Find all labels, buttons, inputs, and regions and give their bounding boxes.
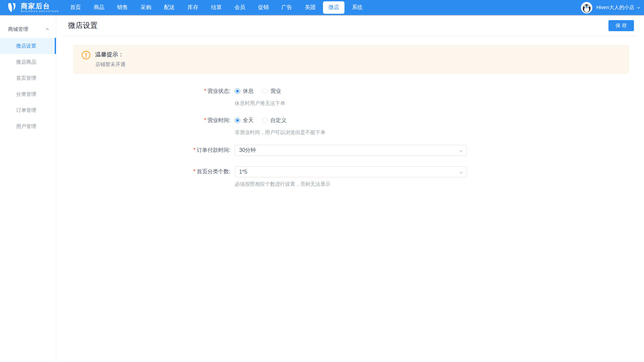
nav-item-ads[interactable]: 广告	[275, 0, 299, 15]
sidebar-item-weidian-goods[interactable]: 微店商品	[0, 54, 56, 70]
radio-all-day[interactable]: 全天	[235, 117, 254, 124]
sidebar: 商城管理 微店设置 微店商品 首页管理 分类管理 订单管理 用户管理	[0, 15, 56, 362]
business-status-radio-group: 休息 营业	[235, 86, 644, 97]
radio-custom[interactable]: 自定义	[262, 117, 286, 124]
sidebar-item-weidian-settings[interactable]: 微店设置	[0, 38, 56, 54]
warning-alert: 温馨提示： 店铺暂未开通	[73, 45, 629, 73]
required-marker: *	[193, 147, 195, 153]
radio-circle-icon	[262, 118, 268, 123]
field-label: *营业状态:	[57, 86, 235, 97]
business-hours-hint: 非营业时间，用户可以浏览但是不能下单	[235, 129, 644, 136]
radio-circle-icon	[235, 88, 240, 94]
weidian-settings-form: *营业状态: 休息 营业 休息时用户将无法下单 *营业时	[57, 86, 644, 188]
sidebar-group-mall-management[interactable]: 商城管理	[0, 20, 56, 38]
chevron-down-icon	[459, 148, 463, 155]
sidebar-item-category-management[interactable]: 分类管理	[0, 86, 56, 102]
field-label: *首页分类个数:	[57, 166, 235, 177]
category-count-hint: 必须按照相应个数进行设置，否则无法显示	[235, 180, 644, 188]
save-button[interactable]: 保存	[608, 20, 634, 31]
alert-description: 店铺暂未开通	[95, 61, 623, 68]
nav-item-promotion[interactable]: 促销	[252, 0, 275, 15]
nav-item-settlement[interactable]: 结算	[205, 0, 228, 15]
user-avatar	[581, 2, 592, 13]
sidebar-item-order-management[interactable]: 订单管理	[0, 102, 56, 118]
nav-item-delivery[interactable]: 配送	[158, 0, 181, 15]
chevron-down-icon	[459, 170, 463, 176]
payment-time-select[interactable]: 30分钟	[235, 145, 467, 156]
category-count-value: 1*5	[239, 169, 247, 175]
form-row-business-status: *营业状态: 休息 营业 休息时用户将无法下单	[57, 86, 644, 107]
business-status-hint: 休息时用户将无法下单	[235, 100, 644, 107]
category-count-select[interactable]: 1*5	[235, 166, 467, 177]
sidebar-item-user-management[interactable]: 用户管理	[0, 118, 56, 134]
nav-item-purchase[interactable]: 采购	[134, 0, 158, 15]
nav-item-home[interactable]: 首页	[64, 0, 87, 15]
brand-leaf-icon	[6, 2, 17, 13]
brand-title: 商家后台	[21, 2, 59, 10]
business-hours-radio-group: 全天 自定义	[235, 115, 644, 126]
nav-item-goods[interactable]: 商品	[87, 0, 111, 15]
warning-icon	[82, 51, 91, 60]
field-label: *营业时间:	[57, 115, 235, 126]
chevron-up-icon	[45, 26, 49, 32]
sidebar-group-label: 商城管理	[8, 26, 28, 33]
chevron-down-icon	[637, 6, 641, 10]
nav-item-weidian[interactable]: 微店	[322, 0, 345, 15]
nav-item-meituan[interactable]: 美团	[299, 0, 322, 15]
page-title: 微店设置	[68, 20, 98, 31]
radio-circle-icon	[262, 88, 268, 94]
user-menu[interactable]: Hiven大人的小店	[581, 2, 644, 13]
required-marker: *	[204, 88, 206, 94]
main-nav: 首页 商品 销售 采购 配送 库存 结算 会员 促销 广告 美团 微店 系统	[64, 0, 369, 15]
top-navbar: 商家后台 BUSINESS BACKSTAGE 首页 商品 销售 采购 配送 库…	[0, 0, 644, 15]
brand-subtitle: BUSINESS BACKSTAGE	[21, 10, 59, 13]
form-row-category-count: *首页分类个数: 1*5 必须按照相应个数进行设置，否则无法显示	[57, 166, 644, 188]
required-marker: *	[193, 169, 195, 174]
field-label: *订单付款时间:	[57, 145, 235, 156]
sidebar-item-homepage-management[interactable]: 首页管理	[0, 70, 56, 86]
form-row-payment-time: *订单付款时间: 30分钟	[57, 145, 644, 156]
nav-item-sales[interactable]: 销售	[111, 0, 134, 15]
content-header: 微店设置 保存	[62, 15, 635, 36]
nav-item-inventory[interactable]: 库存	[181, 0, 205, 15]
radio-circle-icon	[235, 118, 240, 123]
payment-time-value: 30分钟	[239, 147, 256, 154]
required-marker: *	[204, 117, 206, 123]
brand-logo: 商家后台 BUSINESS BACKSTAGE	[0, 2, 59, 13]
main-content: 微店设置 保存 温馨提示： 店铺暂未开通 *营业状态: 休息	[57, 15, 644, 362]
radio-rest[interactable]: 休息	[235, 88, 254, 95]
alert-title: 温馨提示：	[95, 51, 623, 58]
nav-item-system[interactable]: 系统	[345, 0, 369, 15]
nav-item-members[interactable]: 会员	[228, 0, 252, 15]
form-row-business-hours: *营业时间: 全天 自定义 非营业时间，用户可以浏览但是不能下单	[57, 115, 644, 136]
radio-open[interactable]: 营业	[262, 88, 281, 95]
user-name: Hiven大人的小店	[596, 4, 634, 11]
